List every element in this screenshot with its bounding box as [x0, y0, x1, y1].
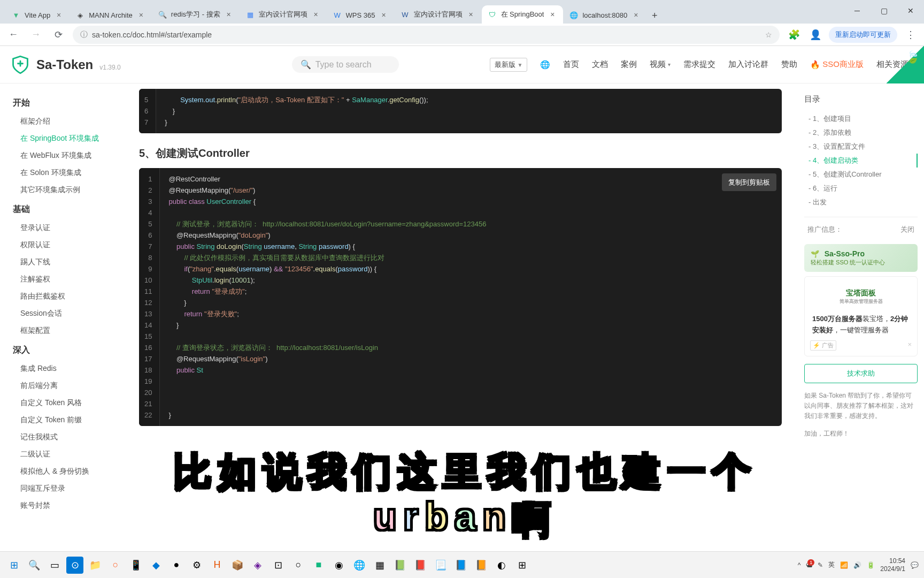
tray-icon[interactable]: 🌥1 [806, 561, 812, 569]
maximize-button[interactable]: ▢ [871, 0, 897, 21]
app-icon[interactable]: ◉ [330, 557, 348, 574]
sidebar-item-remember[interactable]: 记住我模式 [0, 429, 123, 446]
app-icon[interactable]: ⚙ [188, 557, 205, 574]
promo-sso[interactable]: 🌱 Sa-Sso-Pro 轻松搭建 SSO 统一认证中心 [804, 244, 918, 272]
sidebar-item-session[interactable]: Session会话 [0, 305, 123, 322]
app-icon[interactable]: ◈ [249, 557, 266, 574]
nav-sponsor[interactable]: 赞助 [781, 59, 797, 70]
app-icon[interactable]: ⊙ [66, 557, 83, 574]
toc-item[interactable]: - 3、设置配置文件 [804, 140, 918, 154]
toc-item[interactable]: - 2、添加依赖 [804, 126, 918, 140]
app-icon[interactable]: 📕 [412, 557, 429, 574]
close-icon[interactable]: × [548, 10, 557, 19]
app-icon[interactable]: H [209, 557, 226, 574]
nav-request[interactable]: 需求提交 [683, 59, 715, 70]
logo[interactable]: Sa-Token v1.39.0 [11, 55, 121, 74]
nav-video[interactable]: 视频▾ [650, 59, 671, 70]
reload-button[interactable]: ⟳ [50, 27, 66, 43]
address-field[interactable]: ⓘ sa-token.cc/doc.html#/start/example ☆ [73, 26, 780, 44]
sidebar-item-annotation[interactable]: 注解鉴权 [0, 271, 123, 288]
update-button[interactable]: 重新启动即可更新 [829, 27, 897, 43]
version-select[interactable]: 最新版 ▼ [490, 58, 528, 72]
tab-vite[interactable]: ▼ Vite App × [5, 6, 70, 24]
app-icon[interactable]: ● [168, 557, 185, 574]
sidebar-item-token-style[interactable]: 自定义 Token 风格 [0, 394, 123, 412]
sidebar-item-ban[interactable]: 账号封禁 [0, 497, 123, 514]
toc-item[interactable]: - 5、创建测试Controller [804, 168, 918, 181]
wifi-icon[interactable]: 📶 [840, 561, 848, 569]
app-icon[interactable]: ○ [290, 557, 307, 574]
close-icon[interactable]: × [137, 11, 145, 19]
tab-wps[interactable]: W WPS 365 × [327, 6, 395, 24]
tab-redis[interactable]: 🔍 redis学习 - 搜索 × [152, 5, 240, 24]
nav-home[interactable]: 首页 [563, 59, 579, 70]
code-content[interactable]: System.out.println("启动成功，Sa-Token 配置如下："… [156, 89, 782, 133]
toc-item[interactable]: - 1、创建项目 [804, 112, 918, 126]
app-icon[interactable]: ◐ [493, 557, 510, 574]
search-input[interactable]: 🔍 Type to search [292, 56, 399, 73]
search-button[interactable]: 🔍 [26, 557, 43, 574]
promo-close[interactable]: 关闭 [900, 225, 914, 234]
nav-group[interactable]: 加入讨论群 [728, 59, 768, 70]
sidebar-item-token-prefix[interactable]: 自定义 Token 前缀 [0, 412, 123, 429]
corner-badge[interactable]: 🍃 [887, 46, 924, 83]
battery-icon[interactable]: 🔋 [867, 561, 875, 569]
sidebar-item-intro[interactable]: 框架介绍 [0, 113, 123, 130]
sidebar-item-webflux[interactable]: 在 WebFlux 环境集成 [0, 147, 123, 164]
close-icon[interactable]: × [380, 11, 388, 19]
app-icon[interactable]: 📃 [432, 557, 449, 574]
copy-button[interactable]: 复制到剪贴板 [722, 173, 776, 191]
clock[interactable]: 10:54 2024/9/1 [880, 557, 905, 573]
volume-icon[interactable]: 🔊 [853, 561, 861, 569]
new-tab-button[interactable]: + [646, 7, 663, 24]
forward-button[interactable]: → [28, 27, 44, 43]
close-icon[interactable]: × [55, 11, 63, 19]
task-view-button[interactable]: ▭ [46, 557, 63, 574]
profile-icon[interactable]: 👤 [807, 27, 823, 43]
nav-sso[interactable]: 🔥SSO商业版 [810, 59, 864, 70]
close-icon[interactable]: × [632, 11, 640, 19]
sidebar-item-frontback[interactable]: 前后端分离 [0, 377, 123, 394]
app-icon[interactable]: ▦ [371, 557, 388, 574]
tab-interior2[interactable]: W 室内设计官网项 × [395, 5, 482, 24]
sidebar-item-kickout[interactable]: 踢人下线 [0, 254, 123, 271]
extensions-icon[interactable]: 🧩 [786, 27, 802, 43]
app-icon[interactable]: 📁 [87, 557, 104, 574]
sidebar-item-springboot[interactable]: 在 SpringBoot 环境集成 [0, 130, 123, 147]
chrome-icon[interactable]: 🌐 [351, 557, 368, 574]
close-icon[interactable]: × [225, 10, 233, 19]
pen-icon[interactable]: ✎ [818, 561, 823, 569]
sidebar-item-exclusive[interactable]: 同端互斥登录 [0, 480, 123, 497]
sidebar-item-redis[interactable]: 集成 Redis [0, 360, 123, 377]
nav-docs[interactable]: 文档 [592, 59, 608, 70]
close-icon[interactable]: × [467, 10, 475, 19]
close-icon[interactable]: × [312, 10, 320, 19]
app-icon[interactable]: ⊡ [270, 557, 287, 574]
sidebar-item-config[interactable]: 框架配置 [0, 322, 123, 339]
tab-springboot[interactable]: 🛡 在 SpringBoot × [482, 5, 564, 24]
help-button[interactable]: 技术求助 [804, 364, 918, 383]
toc-item-active[interactable]: - 4、创建启动类 [804, 154, 918, 168]
toc-item[interactable]: - 出发 [804, 195, 918, 209]
menu-icon[interactable]: ⋮ [903, 27, 919, 43]
minimize-button[interactable]: ─ [844, 0, 871, 21]
sidebar-item-solon[interactable]: 在 Solon 环境集成 [0, 164, 123, 181]
app-icon[interactable]: 📦 [229, 557, 246, 574]
code-content[interactable]: @RestController @RequestMapping("/user/"… [160, 168, 782, 426]
input-method-icon[interactable]: 英 [828, 560, 835, 569]
tray-icon[interactable]: ^ [798, 561, 801, 569]
close-icon[interactable]: × [907, 340, 912, 348]
globe-icon[interactable]: 🌐 [540, 60, 550, 70]
close-window-button[interactable]: ✕ [897, 0, 924, 21]
app-icon[interactable]: ◆ [148, 557, 165, 574]
sidebar-item-other-env[interactable]: 其它环境集成示例 [0, 181, 123, 199]
tab-mann[interactable]: ◈ MANN Archite × [70, 6, 152, 24]
site-info-icon[interactable]: ⓘ [80, 30, 88, 40]
sidebar-item-impersonate[interactable]: 模拟他人 & 身份切换 [0, 463, 123, 480]
tab-localhost[interactable]: 🌐 localhost:8080 × [563, 6, 646, 24]
sidebar-item-route[interactable]: 路由拦截鉴权 [0, 288, 123, 305]
sidebar-item-perm-auth[interactable]: 权限认证 [0, 237, 123, 254]
app-icon[interactable]: 📱 [127, 557, 144, 574]
promo-btpanel[interactable]: 宝塔面板 简单高效管理服务器 1500万台服务器装宝塔，2分钟安装好，一键管理服… [804, 276, 918, 356]
start-button[interactable]: ⊞ [5, 557, 22, 574]
